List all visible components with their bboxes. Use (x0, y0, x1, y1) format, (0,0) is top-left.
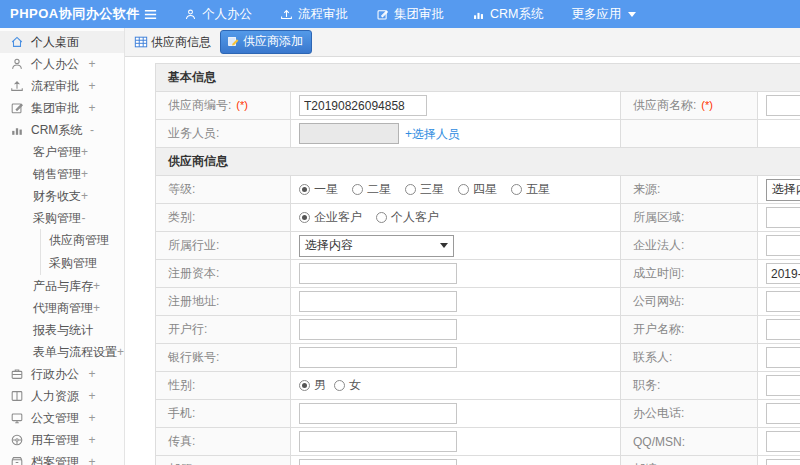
sidebar-item-product-inventory[interactable]: 产品与库存 + (0, 275, 124, 297)
fax-input[interactable] (299, 431, 457, 452)
registered-address-input[interactable] (299, 291, 457, 312)
expand-toggle[interactable]: + (88, 433, 96, 447)
registered-capital-input[interactable] (299, 263, 457, 284)
field-label: 手机: (168, 406, 195, 420)
postcode-input[interactable] (766, 459, 800, 465)
field-label: 注册资本: (168, 266, 219, 280)
collapse-toggle[interactable]: - (88, 123, 96, 137)
radio-icon (405, 184, 416, 195)
source-select[interactable]: 选择内容 (766, 179, 800, 201)
field-label: 供应商名称: (633, 98, 696, 112)
radio-option-level-5[interactable]: 五星 (511, 181, 550, 198)
select-staff-link[interactable]: +选择人员 (405, 127, 460, 141)
hamburger-menu-icon[interactable] (143, 7, 158, 22)
legal-person-input[interactable] (766, 235, 800, 256)
sidebar-item-vehicle-mgmt[interactable]: 用车管理 + (0, 429, 124, 451)
nav-personal-office[interactable]: 个人办公 (184, 6, 252, 23)
expand-toggle[interactable]: + (88, 101, 96, 115)
sidebar-item-human-resources[interactable]: 人力资源 + (0, 385, 124, 407)
sidebar-item-crm-system[interactable]: CRM系统 - (0, 119, 124, 141)
expand-toggle[interactable]: + (117, 345, 124, 359)
sidebar-item-group-approval[interactable]: 集团审批 + (0, 97, 124, 119)
field-label: 传真: (168, 434, 195, 448)
sidebar-item-purchase-mgmt[interactable]: 采购管理 - (0, 207, 124, 229)
bank-account-input[interactable] (299, 347, 457, 368)
position-input[interactable] (766, 375, 800, 396)
table-row: 银行账号: 联系人: (156, 344, 800, 372)
radio-icon (458, 184, 469, 195)
sidebar-item-archive-mgmt[interactable]: 档案管理 + (0, 451, 124, 465)
radio-checked-icon (299, 212, 310, 223)
sidebar-item-reports-stats[interactable]: 报表与统计 (0, 319, 124, 341)
tab-supplier-info[interactable]: 供应商信息 (134, 34, 211, 51)
contact-person-input[interactable] (766, 347, 800, 368)
field-label: 类别: (168, 210, 195, 224)
sidebar-item-form-flow-settings[interactable]: 表单与流程设置 + (0, 341, 124, 363)
account-name-input[interactable] (766, 319, 800, 340)
sidebar-item-customer-mgmt[interactable]: 客户管理 + (0, 141, 124, 163)
radio-option-male[interactable]: 男 (299, 377, 326, 394)
sidebar-item-document-mgmt[interactable]: 公文管理 + (0, 407, 124, 429)
sidebar-item-agent-mgmt[interactable]: 代理商管理 + (0, 297, 124, 319)
radio-option-female[interactable]: 女 (334, 377, 361, 394)
bar-chart-icon (10, 123, 24, 137)
expand-toggle[interactable]: + (88, 455, 96, 465)
radio-option-individual[interactable]: 个人客户 (376, 209, 439, 226)
expand-toggle[interactable]: + (88, 411, 96, 425)
topbar: PHPOA协同办公软件 个人办公 流程审批 集团审批 CRM系统 (0, 0, 800, 28)
field-label: 联系人: (633, 350, 672, 364)
radio-option-level-2[interactable]: 二星 (352, 181, 391, 198)
company-website-input[interactable] (766, 291, 800, 312)
bar-chart-icon (472, 8, 485, 21)
sidebar-item-personal-office[interactable]: 个人办公 + (0, 53, 124, 75)
sidebar-item-workflow-approval[interactable]: 流程审批 + (0, 75, 124, 97)
nav-crm-system[interactable]: CRM系统 (472, 6, 543, 23)
industry-select[interactable]: 选择内容 (299, 235, 454, 257)
field-label: 职务: (633, 378, 660, 392)
radio-option-enterprise[interactable]: 企业客户 (299, 209, 362, 226)
table-grid-icon (134, 35, 148, 49)
email-input[interactable] (299, 459, 457, 465)
radio-option-level-4[interactable]: 四星 (458, 181, 497, 198)
radio-option-level-1[interactable]: 一星 (299, 181, 338, 198)
field-label: 办公电话: (633, 406, 684, 420)
sidebar-item-personal-desktop[interactable]: 个人桌面 (0, 31, 124, 53)
tab-supplier-add[interactable]: 供应商添加 (220, 30, 312, 54)
section-title: 基本信息 (156, 64, 800, 92)
nav-workflow-approval[interactable]: 流程审批 (280, 6, 348, 23)
expand-toggle[interactable]: + (93, 279, 100, 293)
nav-more-apps[interactable]: 更多应用 (571, 6, 636, 23)
qq-msn-input[interactable] (766, 431, 800, 452)
field-label: 银行账号: (168, 350, 219, 364)
nav-group-approval[interactable]: 集团审批 (376, 6, 444, 23)
book-icon (10, 389, 24, 403)
expand-toggle[interactable]: + (93, 301, 100, 315)
sidebar-item-sales-mgmt[interactable]: 销售管理 + (0, 163, 124, 185)
expand-toggle[interactable]: + (88, 79, 96, 93)
expand-toggle[interactable]: + (88, 57, 96, 71)
sidebar-item-purchasing[interactable]: 采购管理 (41, 252, 124, 275)
collapse-toggle[interactable]: - (81, 211, 86, 225)
founded-date-input[interactable] (766, 263, 800, 284)
expand-toggle[interactable]: + (81, 189, 88, 203)
supplier-name-input[interactable] (766, 95, 800, 116)
expand-toggle[interactable]: + (81, 145, 88, 159)
region-input[interactable] (766, 207, 800, 228)
sidebar-item-admin-office[interactable]: 行政办公 + (0, 363, 124, 385)
supplier-code-input[interactable] (299, 95, 427, 116)
office-phone-input[interactable] (766, 403, 800, 424)
level-radio-group: 一星 二星 三星 四星 五星 (299, 181, 620, 198)
radio-option-level-3[interactable]: 三星 (405, 181, 444, 198)
radio-icon (376, 212, 387, 223)
bank-branch-input[interactable] (299, 319, 457, 340)
main-content: 供应商信息 供应商添加 基本信息 供应商编号:(*) (125, 28, 800, 465)
required-mark: (*) (701, 99, 713, 111)
expand-toggle[interactable]: + (81, 167, 88, 181)
mobile-input[interactable] (299, 403, 457, 424)
field-label: 所属区域: (633, 210, 684, 224)
business-staff-input[interactable] (299, 123, 399, 144)
expand-toggle[interactable]: + (88, 389, 96, 403)
sidebar-item-finance[interactable]: 财务收支 + (0, 185, 124, 207)
expand-toggle[interactable]: + (88, 367, 96, 381)
sidebar-item-supplier-mgmt[interactable]: 供应商管理 (41, 229, 124, 252)
